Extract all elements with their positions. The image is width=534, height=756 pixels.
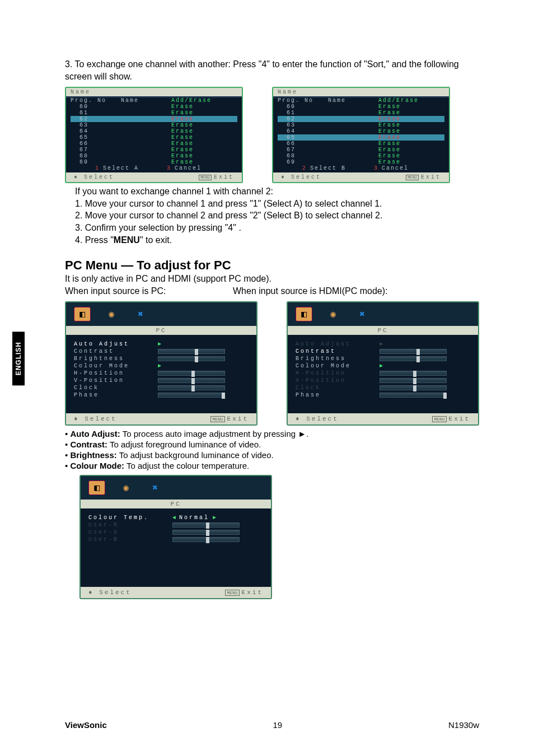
list-item: V-Position <box>296 377 470 384</box>
menu-box: MENU <box>432 416 446 422</box>
updown-icon: ♦ Select <box>74 416 117 422</box>
osd-header: Prog. No Name Add/Erase <box>71 97 237 104</box>
updown-icon: ♦ Select <box>296 416 339 422</box>
list-item: Clock <box>296 384 470 391</box>
list-item: 67Erase <box>71 147 237 153</box>
pc-osd-tabs: ◧ ◉ ✖ <box>66 302 256 326</box>
list-item: Contrast <box>296 348 470 355</box>
updown-icon: ♦ Select <box>281 174 321 180</box>
pc-osd-tabs: ◧ ◉ ✖ <box>81 476 271 500</box>
footer-model: N1930w <box>448 720 479 730</box>
bullet-item: Contrast: To adjust foreground luminance… <box>65 440 479 449</box>
list-item: Auto Adjust► <box>74 340 249 348</box>
pc-osd-body-b: Auto Adjust►ContrastBrightnessColour Mod… <box>288 335 478 413</box>
pc-osd-pc: ◧ ◉ ✖ PC Auto Adjust►ContrastBrightnessC… <box>65 301 257 426</box>
list-item: 62Erase <box>278 116 444 122</box>
pc-osd-bar: ♦ Select MENUExit <box>66 413 256 424</box>
list-item: 63Erase <box>71 122 237 128</box>
osd-rows-a: 60Erase61Erase62Erase63Erase64Erase65Era… <box>71 104 237 165</box>
language-tab: ENGLISH <box>12 332 25 385</box>
osd-rows-b: 60Erase61Erase62Erase63Erase64Erase65Era… <box>278 104 444 165</box>
tab-tools-icon: ✖ <box>147 480 163 495</box>
pc-osd-title: PC <box>81 500 271 508</box>
updown-icon: ♦ Select <box>74 174 114 180</box>
menu-box: MENU <box>210 416 224 422</box>
list-item: 65Erase <box>278 134 444 141</box>
list-item: Phase <box>296 391 470 399</box>
pc-label-right: When input source is HDMI(PC mode): <box>233 285 388 297</box>
tab-tools-icon: ✖ <box>354 307 371 321</box>
tab-pc-icon: ◧ <box>296 307 312 321</box>
intro-text: 3. To exchange one channel with another:… <box>65 58 479 82</box>
list-item: Brightness <box>296 355 470 362</box>
updown-icon: ♦ Select <box>88 589 132 596</box>
pc-osd-body-a: Auto Adjust►ContrastBrightnessColour Mod… <box>66 335 256 413</box>
list-item: H-Position <box>74 370 249 377</box>
list-item: Colour Mode► <box>296 362 470 370</box>
exchange-steps: If you want to exchange channel 1 with c… <box>65 185 479 246</box>
tab-pc-icon: ◧ <box>74 307 91 321</box>
osd-foot: 1 Select A 3 Cancel <box>71 165 237 171</box>
list-item: Phase <box>74 391 249 399</box>
pc-osd-pair: ◧ ◉ ✖ PC Auto Adjust►ContrastBrightnessC… <box>65 301 479 426</box>
list-item: Contrast <box>74 348 249 355</box>
osd-bar: ♦ Select MENUExit <box>273 172 449 182</box>
pc-osd-hdmi: ◧ ◉ ✖ PC Auto Adjust►ContrastBrightnessC… <box>287 301 479 426</box>
list-item: 65Erase <box>71 134 237 141</box>
pc-osd-title: PC <box>288 326 478 335</box>
list-item: 69Erase <box>278 159 444 165</box>
list-item: Brightness <box>74 355 249 362</box>
list-item: 64Erase <box>278 128 444 134</box>
list-item: Colour Mode► <box>74 362 249 370</box>
tab-tools-icon: ✖ <box>132 307 149 321</box>
pc-osd-bar: ♦ Select MENUExit <box>81 587 271 598</box>
list-item: 61Erase <box>278 110 444 116</box>
list-item: User-R <box>88 521 263 529</box>
page-footer: ViewSonic 19 N1930w <box>65 720 479 730</box>
name-osd-b: Name Prog. No Name Add/Erase 60Erase61Er… <box>272 87 450 183</box>
menu-box: MENU <box>199 175 212 180</box>
osd-title: Name <box>273 88 449 96</box>
footer-page: 19 <box>273 720 283 730</box>
list-item: 61Erase <box>71 110 237 116</box>
list-item: 66Erase <box>278 141 444 147</box>
osd-foot: 2 Select B 3 Cancel <box>278 165 444 171</box>
list-item: 66Erase <box>71 141 237 147</box>
list-item: User-B <box>88 536 263 543</box>
list-item: 67Erase <box>278 147 444 153</box>
list-item: User-G <box>88 529 263 536</box>
list-item: Auto Adjust► <box>296 340 470 348</box>
tab-sound-icon: ◉ <box>118 480 134 495</box>
list-item: V-Position <box>74 377 249 384</box>
pc-menu-heading: PC Menu — To adjust for PC <box>65 258 479 273</box>
pc-label-left: When input source is PC: <box>65 285 233 297</box>
list-item: 60Erase <box>278 104 444 110</box>
list-item: 69Erase <box>71 159 237 165</box>
tab-sound-icon: ◉ <box>103 307 120 321</box>
pc-osd-tabs: ◧ ◉ ✖ <box>288 302 478 326</box>
osd-header: Prog. No Name Add/Erase <box>278 97 444 104</box>
tab-pc-icon: ◧ <box>88 480 105 495</box>
tab-sound-icon: ◉ <box>325 307 341 321</box>
osd-title: Name <box>66 88 242 96</box>
bullet-list: Auto Adjust: To process auto image adjus… <box>65 429 479 470</box>
bullet-item: Brightness: To adjust background luminan… <box>65 450 479 460</box>
bullet-item: Colour Mode: To adjust the colour temper… <box>65 461 479 470</box>
list-item: 68Erase <box>278 153 444 159</box>
name-osd-pair: Name Prog. No Name Add/Erase 60Erase61Er… <box>65 87 479 183</box>
pc-menu-intro: It is only active in PC and HDMI (suppor… <box>65 273 479 285</box>
osd-bar: ♦ Select MENUExit <box>66 172 242 182</box>
bullet-item: Auto Adjust: To process auto image adjus… <box>65 429 479 438</box>
menu-box: MENU <box>406 175 419 180</box>
pc-osd-title: PC <box>66 326 256 335</box>
list-item: Colour Temp.◄ Normal ► <box>88 514 263 521</box>
list-item: 60Erase <box>71 104 237 110</box>
page-content: 3. To exchange one channel with another:… <box>65 58 479 599</box>
list-item: H-Position <box>296 370 470 377</box>
pc-osd-bar: ♦ Select MENUExit <box>288 413 478 424</box>
list-item: Clock <box>74 384 249 391</box>
list-item: 62Erase <box>71 116 237 122</box>
colour-osd-body: Colour Temp.◄ Normal ►User-RUser-GUser-B <box>81 508 271 587</box>
colour-osd: ◧ ◉ ✖ PC Colour Temp.◄ Normal ►User-RUse… <box>79 475 272 599</box>
list-item: 63Erase <box>278 122 444 128</box>
